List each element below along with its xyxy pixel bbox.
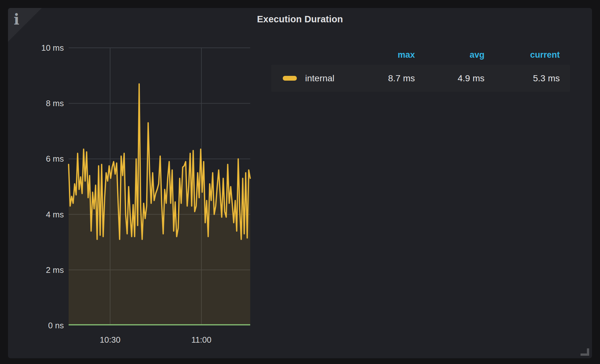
y-tick-label: 4 ms [13, 209, 64, 220]
legend-column-max[interactable]: max [351, 50, 419, 60]
panel-info-corner[interactable] [8, 8, 42, 42]
legend-series-row: internal 8.7 ms 4.9 ms 5.3 ms [271, 65, 570, 92]
series-name[interactable]: internal [305, 73, 351, 84]
y-tick-label: 10 ms [13, 43, 64, 53]
series-max-value: 8.7 ms [351, 73, 419, 84]
x-tick-label: 10:30 [88, 335, 132, 345]
series-color-dash-icon[interactable] [283, 76, 297, 81]
y-tick-label: 6 ms [13, 154, 64, 164]
legend-column-current[interactable]: current [488, 50, 570, 60]
series-avg-value: 4.9 ms [419, 73, 488, 84]
panel-resize-handle-icon[interactable] [581, 348, 589, 356]
panel-title[interactable]: Execution Duration [8, 14, 592, 25]
legend: max avg current internal 8.7 ms 4.9 ms 5… [271, 47, 570, 92]
y-tick-label: 0 ns [13, 320, 64, 331]
legend-column-avg[interactable]: avg [419, 50, 488, 60]
series-current-value: 5.3 ms [488, 73, 570, 84]
legend-header-row: max avg current [271, 47, 570, 62]
y-tick-label: 8 ms [13, 98, 64, 108]
y-tick-label: 2 ms [13, 265, 64, 275]
x-tick-label: 11:00 [179, 335, 224, 345]
screenshot-stage: i Execution Duration 10 ms8 ms6 ms4 ms2 … [0, 0, 600, 364]
timeseries-graph[interactable] [69, 48, 250, 325]
